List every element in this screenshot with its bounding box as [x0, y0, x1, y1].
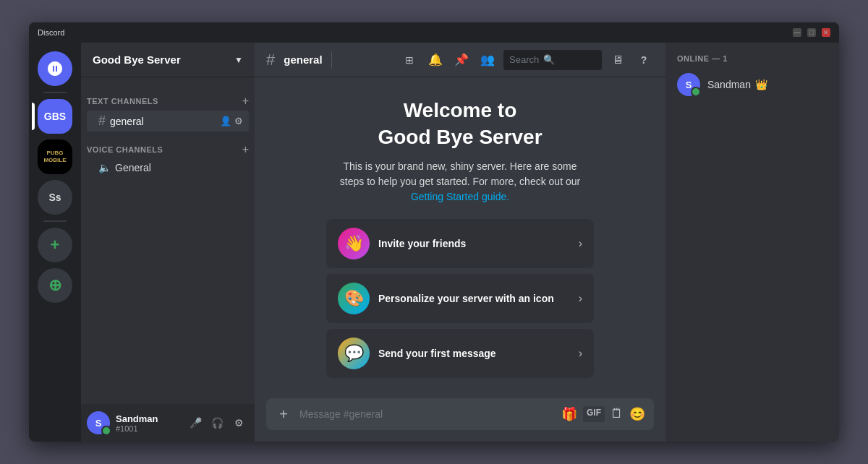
- channel-list: TEXT CHANNELS + # general 👤 ⚙ VOICE CHAN…: [81, 77, 255, 404]
- member-avatar-sandman: S: [677, 73, 700, 96]
- help-button[interactable]: ?: [634, 50, 654, 70]
- channel-item-voice-general[interactable]: 🔈 General: [87, 159, 249, 176]
- header-hash-icon: #: [266, 51, 275, 69]
- headset-button[interactable]: 🎧: [207, 413, 227, 433]
- settings-channel-icon[interactable]: ⚙: [234, 116, 243, 126]
- server-name: Good Bye Server: [93, 53, 181, 66]
- server-separator-2: [43, 220, 67, 222]
- members-sidebar: ONLINE — 1 S Sandman 👑: [665, 43, 839, 442]
- action-card-invite[interactable]: 👋 Invite your friends ›: [326, 219, 594, 268]
- input-actions: 🎁 GIF 🗒 😊: [561, 406, 645, 422]
- sticker-button[interactable]: 🗒: [610, 406, 624, 422]
- explore-icon: ⊕: [48, 276, 61, 295]
- server-icon-gbs[interactable]: GBS: [38, 99, 72, 134]
- search-box[interactable]: Search 🔍: [503, 50, 602, 70]
- member-item-sandman[interactable]: S Sandman 👑: [671, 69, 833, 100]
- user-discriminator: #1001: [116, 424, 179, 433]
- titlebar: Discord — □ ✕: [29, 22, 839, 43]
- server-icon-pubg[interactable]: PUBGMOBILE: [38, 139, 72, 174]
- welcome-subtitle: This is your brand new, shiny server. He…: [330, 159, 590, 205]
- add-text-channel-button[interactable]: +: [242, 95, 249, 108]
- invite-icon: 👋: [338, 228, 370, 259]
- text-channels-category: TEXT CHANNELS +: [81, 83, 255, 111]
- user-avatar: S: [87, 411, 110, 434]
- mic-button[interactable]: 🎤: [185, 413, 205, 433]
- emoji-button[interactable]: 😊: [629, 406, 645, 422]
- search-placeholder: Search: [509, 54, 539, 65]
- server-separator: [43, 92, 67, 93]
- server-menu-chevron-icon: ▼: [234, 55, 243, 65]
- text-channels-label: TEXT CHANNELS: [87, 97, 158, 106]
- add-icon: +: [51, 236, 60, 254]
- add-voice-channel-button[interactable]: +: [242, 143, 249, 156]
- pinned-messages-button[interactable]: 📌: [451, 50, 472, 70]
- message-icon: 💬: [338, 338, 370, 369]
- notifications-button[interactable]: 🔔: [425, 50, 446, 70]
- channel-hash-icon: #: [98, 113, 106, 129]
- message-input-box: + Message #general 🎁 GIF 🗒 😊: [266, 398, 654, 430]
- close-button[interactable]: ✕: [822, 28, 830, 37]
- welcome-content: Welcome to Good Bye Server This is your …: [255, 77, 665, 398]
- personalize-card-label: Personalize your server with an icon: [378, 293, 570, 304]
- gift-button[interactable]: 🎁: [561, 406, 577, 422]
- getting-started-link[interactable]: Getting Started guide.: [411, 191, 509, 202]
- user-info: Sandman #1001: [116, 413, 179, 433]
- action-card-personalize[interactable]: 🎨 Personalize your server with an icon ›: [326, 274, 594, 323]
- channel-item-general[interactable]: # general 👤 ⚙: [87, 111, 249, 132]
- server-icon-ss[interactable]: Ss: [38, 180, 72, 215]
- invite-card-label: Invite your friends: [378, 238, 570, 249]
- gif-button[interactable]: GIF: [583, 406, 605, 422]
- server-header[interactable]: Good Bye Server ▼: [81, 43, 255, 77]
- header-divider: [331, 51, 332, 69]
- voice-channels-category: VOICE CHANNELS +: [81, 132, 255, 159]
- voice-channels-label: VOICE CHANNELS: [87, 145, 163, 154]
- app-title: Discord: [38, 28, 64, 37]
- discord-home-button[interactable]: [38, 51, 72, 86]
- personalize-icon: 🎨: [338, 283, 370, 314]
- invite-chevron-icon: ›: [579, 237, 582, 250]
- user-settings-button[interactable]: ⚙: [229, 413, 249, 433]
- inbox-button[interactable]: 🖥: [608, 50, 628, 70]
- user-controls: 🎤 🎧 ⚙: [185, 413, 249, 433]
- user-avatar-initials: S: [95, 418, 102, 429]
- server-list: GBS PUBGMOBILE Ss + ⊕: [29, 43, 81, 442]
- search-icon: 🔍: [543, 54, 555, 65]
- channel-name-general: general: [110, 116, 144, 127]
- member-initials: S: [686, 80, 692, 90]
- message-card-label: Send your first message: [378, 348, 570, 359]
- online-section-title: ONLINE — 1: [671, 54, 833, 63]
- username: Sandman: [116, 413, 179, 424]
- threads-button[interactable]: ⊞: [399, 50, 420, 70]
- welcome-title-line2: Good Bye Server: [378, 126, 542, 148]
- welcome-title: Welcome to Good Bye Server: [378, 98, 542, 150]
- message-chevron-icon: ›: [579, 347, 582, 360]
- channel-name-voice-general: General: [115, 162, 151, 173]
- channel-action-icons: 👤 ⚙: [220, 116, 243, 126]
- voice-channel-icon: 🔈: [98, 162, 111, 173]
- personalize-chevron-icon: ›: [579, 292, 582, 305]
- header-actions: ⊞ 🔔 📌 👥 Search 🔍 🖥 ?: [399, 50, 654, 70]
- discord-window: Discord — □ ✕ GBS PUBGMOBILE Ss +: [29, 22, 839, 442]
- member-name-sandman: Sandman 👑: [707, 79, 767, 90]
- action-cards: 👋 Invite your friends › 🎨 Personalize yo…: [326, 219, 594, 378]
- welcome-title-line1: Welcome to: [404, 99, 517, 121]
- message-input-area: + Message #general 🎁 GIF 🗒 😊: [255, 398, 665, 442]
- channel-header: # general ⊞ 🔔 📌 👥 Search 🔍 🖥 ?: [255, 43, 665, 77]
- explore-servers-button[interactable]: ⊕: [38, 268, 72, 303]
- maximize-button[interactable]: □: [807, 28, 816, 37]
- member-badge-crown: 👑: [755, 79, 767, 90]
- action-card-message[interactable]: 💬 Send your first message ›: [326, 329, 594, 378]
- server-pubg-label: PUBGMOBILE: [43, 150, 66, 163]
- chat-area: Welcome to Good Bye Server This is your …: [255, 77, 665, 442]
- minimize-button[interactable]: —: [793, 28, 801, 37]
- add-member-icon[interactable]: 👤: [220, 116, 231, 126]
- attachment-button[interactable]: +: [275, 405, 292, 423]
- add-server-button[interactable]: +: [38, 228, 72, 262]
- server-gbs-label: GBS: [44, 111, 66, 122]
- message-input[interactable]: Message #general: [299, 408, 554, 420]
- members-list-button[interactable]: 👥: [477, 50, 498, 70]
- channel-sidebar: Good Bye Server ▼ TEXT CHANNELS + # gene…: [81, 43, 255, 442]
- header-channel-name: general: [284, 53, 322, 66]
- server-ss-label: Ss: [48, 192, 61, 203]
- app-body: GBS PUBGMOBILE Ss + ⊕ Good Bye Server ▼: [29, 43, 839, 442]
